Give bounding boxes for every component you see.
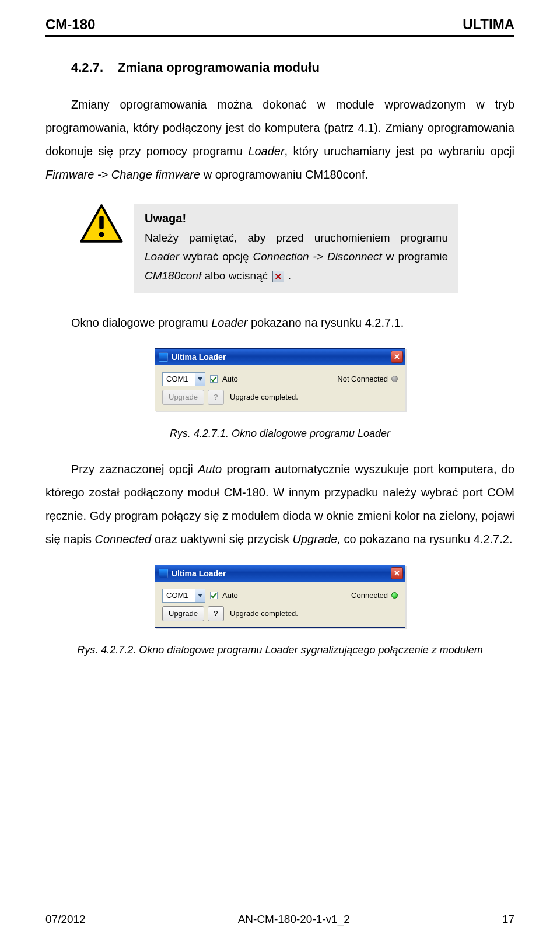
section-heading: 4.2.7.Zmiana oprogramowania modułu [71, 60, 514, 75]
footer-right: 17 [502, 913, 514, 926]
warning-icon [79, 204, 124, 246]
port-select[interactable]: COM1 [162, 372, 205, 386]
chevron-down-icon[interactable] [195, 373, 205, 386]
auto-checkbox[interactable] [210, 592, 218, 599]
page-header: CM-180 ULTIMA [46, 16, 514, 33]
note-text: Należy pamiętać, aby przed uruchomieniem… [145, 229, 448, 285]
header-rule [46, 35, 514, 40]
port-value: COM1 [163, 375, 195, 383]
loader-dialog-2: Ultima Loader ✕ COM1 Auto Connected [155, 565, 405, 628]
status-message: Upgrade completed. [230, 609, 298, 618]
app-icon [159, 569, 168, 578]
titlebar[interactable]: Ultima Loader ✕ [155, 349, 405, 365]
footer-rule [46, 909, 514, 909]
status-message: Upgrade completed. [230, 393, 298, 401]
section-number: 4.2.7. [71, 60, 118, 75]
status-led-icon [391, 376, 398, 382]
note-content: Uwaga! Należy pamiętać, aby przed urucho… [134, 204, 459, 293]
help-button[interactable]: ? [208, 606, 224, 621]
paragraph-1: Zmiany oprogramowania można dokonać w mo… [46, 93, 514, 186]
window-title: Ultima Loader [172, 569, 391, 578]
disconnect-icon [272, 271, 284, 282]
help-button[interactable]: ? [208, 390, 224, 405]
paragraph-3: Przy zaznaczonej opcji Auto program auto… [46, 457, 514, 551]
app-icon [159, 352, 168, 362]
paragraph-2: Okno dialogowe programu Loader pokazano … [46, 311, 514, 334]
svg-rect-1 [99, 216, 104, 229]
footer-center: AN-CM-180-20-1-v1_2 [238, 913, 350, 926]
connection-status: Not Connected [337, 375, 398, 383]
page-footer: 07/2012 AN-CM-180-20-1-v1_2 17 [46, 909, 514, 926]
svg-point-2 [99, 232, 104, 237]
upgrade-button[interactable]: Upgrade [162, 390, 204, 405]
note-title: Uwaga! [145, 212, 448, 225]
auto-checkbox[interactable] [210, 375, 218, 383]
port-value: COM1 [163, 591, 195, 600]
header-right: ULTIMA [463, 16, 514, 33]
close-icon[interactable]: ✕ [391, 567, 403, 579]
section-title: Zmiana oprogramowania modułu [118, 60, 320, 75]
status-text: Not Connected [337, 375, 388, 383]
status-led-icon [391, 592, 398, 599]
loader-dialog-1: Ultima Loader ✕ COM1 Auto Not Connected [155, 348, 405, 411]
upgrade-button[interactable]: Upgrade [162, 606, 204, 621]
window-title: Ultima Loader [172, 352, 391, 362]
auto-label: Auto [222, 591, 238, 600]
footer-left: 07/2012 [46, 913, 86, 926]
warning-note: Uwaga! Należy pamiętać, aby przed urucho… [79, 204, 459, 293]
chevron-down-icon[interactable] [195, 589, 205, 602]
connection-status: Connected [351, 591, 398, 600]
header-left: CM-180 [46, 16, 95, 33]
port-select[interactable]: COM1 [162, 589, 205, 603]
figure-caption-2: Rys. 4.2.7.2. Okno dialogowe programu Lo… [46, 644, 514, 656]
auto-label: Auto [222, 375, 238, 383]
svg-marker-4 [198, 594, 202, 597]
status-text: Connected [351, 591, 388, 600]
figure-caption-1: Rys. 4.2.7.1. Okno dialogowe programu Lo… [46, 428, 514, 440]
titlebar[interactable]: Ultima Loader ✕ [155, 565, 405, 582]
close-icon[interactable]: ✕ [391, 351, 403, 363]
svg-marker-3 [198, 377, 202, 381]
